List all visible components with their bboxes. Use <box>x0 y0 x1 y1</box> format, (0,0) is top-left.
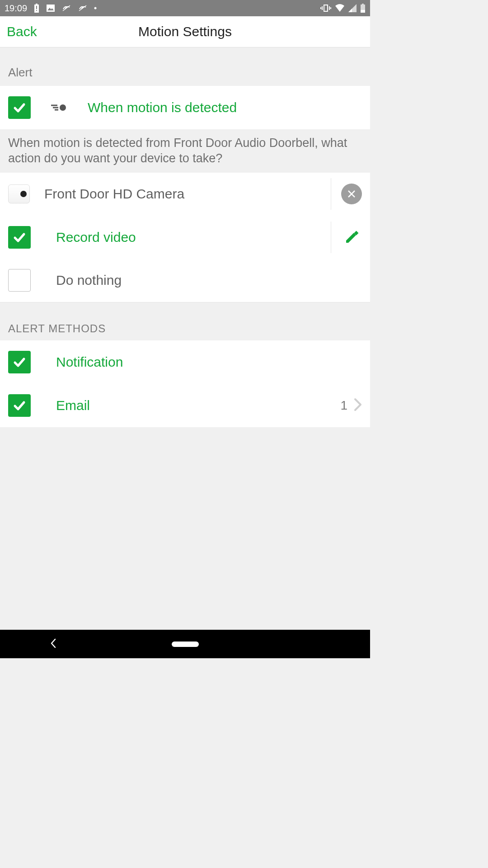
motion-icon <box>42 102 74 113</box>
check-icon <box>12 230 27 245</box>
record-video-row[interactable]: Record video <box>0 216 370 259</box>
record-video-label: Record video <box>56 230 331 245</box>
picture-icon <box>46 4 55 13</box>
battery-icon <box>360 4 366 13</box>
status-right <box>320 4 366 13</box>
svg-rect-4 <box>47 5 55 12</box>
svg-point-8 <box>94 7 97 9</box>
nav-back-icon[interactable] <box>50 638 57 651</box>
email-label: Email <box>56 398 340 413</box>
svg-rect-17 <box>362 4 364 5</box>
battery-alert-icon <box>33 4 40 13</box>
camera-thumb-icon <box>8 184 30 203</box>
do-nothing-checkbox[interactable] <box>8 269 31 292</box>
do-nothing-label: Do nothing <box>56 273 362 288</box>
svg-rect-18 <box>361 10 365 13</box>
section-header-alert-methods: ALERT METHODS <box>0 302 370 340</box>
device-row[interactable]: Front Door HD Camera <box>0 173 370 216</box>
svg-rect-2 <box>36 6 37 9</box>
check-icon <box>12 100 27 115</box>
do-nothing-row[interactable]: Do nothing <box>0 259 370 302</box>
notification-row[interactable]: Notification <box>0 340 370 384</box>
status-time: 19:09 <box>5 3 27 14</box>
back-button[interactable]: Back <box>0 24 37 39</box>
device-name: Front Door HD Camera <box>44 186 331 202</box>
separator <box>331 178 331 210</box>
notification-checkbox[interactable] <box>8 351 31 373</box>
sync-off-icon-2 <box>78 5 88 12</box>
vibrate-icon <box>320 4 331 12</box>
nav-header: Back Motion Settings <box>0 16 370 47</box>
svg-rect-9 <box>324 5 328 11</box>
remove-device-button[interactable] <box>341 184 362 204</box>
pencil-icon <box>344 230 359 245</box>
trigger-label: When motion is detected <box>88 100 362 115</box>
check-icon <box>12 398 27 413</box>
section-header-alert: Alert <box>0 47 370 86</box>
record-video-checkbox[interactable] <box>8 226 31 249</box>
signal-icon <box>348 4 357 12</box>
trigger-description: When motion is detected from Front Door … <box>0 129 370 173</box>
svg-rect-3 <box>36 10 37 11</box>
android-nav-bar <box>0 630 370 658</box>
nav-home-pill[interactable] <box>172 642 199 647</box>
sync-off-icon <box>61 5 71 12</box>
svg-rect-1 <box>36 4 38 5</box>
trigger-checkbox[interactable] <box>8 96 31 119</box>
dot-icon <box>94 7 97 9</box>
content-scroll[interactable]: Alert When motion is detected When motio… <box>0 47 370 630</box>
check-icon <box>12 355 27 369</box>
email-checkbox[interactable] <box>8 394 31 417</box>
edit-action-button[interactable] <box>341 227 362 248</box>
svg-marker-15 <box>348 9 352 12</box>
android-status-bar: 19:09 <box>0 0 370 16</box>
page-title: Motion Settings <box>138 24 232 39</box>
email-count: 1 <box>340 398 347 413</box>
notification-label: Notification <box>56 354 362 370</box>
svg-point-19 <box>60 104 66 111</box>
status-left: 19:09 <box>5 3 97 14</box>
email-row[interactable]: Email 1 <box>0 384 370 427</box>
separator <box>331 222 331 253</box>
close-icon <box>347 189 357 199</box>
trigger-row[interactable]: When motion is detected <box>0 86 370 129</box>
chevron-right-icon <box>354 398 362 413</box>
wifi-icon <box>335 4 345 12</box>
